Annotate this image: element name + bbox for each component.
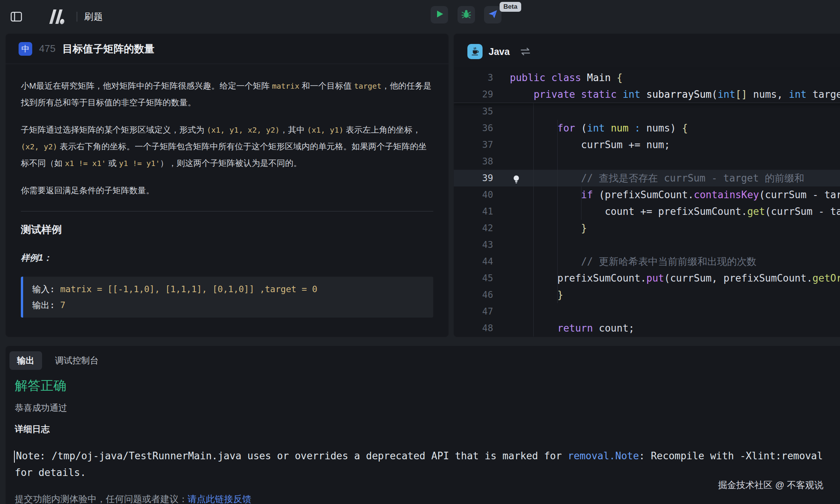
line-number[interactable]: 37: [454, 136, 510, 153]
log-link[interactable]: removal.Note: [568, 450, 639, 462]
output-panel: 输出 调试控制台 解答正确 恭喜成功通过 详细日志 Note: /tmp/oj-…: [5, 346, 840, 504]
line-number[interactable]: 36: [454, 120, 510, 136]
examples-heading: 测试样例: [21, 221, 433, 238]
inline-code: target: [354, 81, 381, 91]
result-subtitle: 恭喜成功通过: [15, 402, 67, 414]
language-label: Java: [489, 46, 510, 57]
code-line-3[interactable]: 3public class Main {: [454, 69, 840, 86]
topbar: 刷题 Beta: [0, 0, 840, 33]
inline-code: x1 != x1': [65, 159, 106, 168]
problem-paragraph: 小M最近在研究矩阵，他对矩阵中的子矩阵很感兴趣。给定一个矩阵 matrix 和一…: [21, 78, 433, 111]
java-icon: [467, 44, 483, 59]
debug-button[interactable]: [458, 6, 475, 23]
problem-panel: 中 475 目标值子矩阵的数量 小M最近在研究矩阵，他对矩阵中的子矩阵很感兴趣。…: [5, 33, 449, 337]
code-line-38[interactable]: 38: [454, 153, 840, 170]
inline-code: y1 != y1': [119, 159, 160, 168]
problem-paragraph: 你需要返回满足条件的子矩阵数量。: [21, 182, 433, 199]
line-number[interactable]: 47: [454, 303, 510, 320]
code-text: // 更新哈希表中当前前缀和出现的次数: [510, 253, 757, 270]
code-text: private static int subarraySum(int[] num…: [510, 86, 840, 103]
line-number[interactable]: 39: [454, 170, 510, 186]
line-number[interactable]: 29: [454, 86, 510, 103]
code-line-44[interactable]: 44 // 更新哈希表中当前前缀和出现的次数: [454, 253, 840, 270]
line-number[interactable]: 45: [454, 270, 510, 286]
marscode-logo: [46, 9, 68, 25]
submit-paper-plane-icon: [487, 9, 498, 21]
code-line-29[interactable]: 29 private static int subarraySum(int[] …: [454, 86, 840, 103]
sticky-scroll-lines: 3public class Main {29 private static in…: [454, 69, 840, 103]
sample-io-block: 输入: matrix = [[-1,1,0], [1,1,1], [0,1,0]…: [21, 277, 433, 318]
code-line-48[interactable]: 48 return count;: [454, 320, 840, 337]
line-number[interactable]: 46: [454, 286, 510, 303]
code-line-46[interactable]: 46 }: [454, 286, 840, 303]
sidebar-toggle-icon[interactable]: [10, 11, 23, 22]
code-line-41[interactable]: 41 count += prefixSumCount.get(currSum -…: [454, 203, 840, 220]
inline-code: (x2, y2): [21, 142, 57, 151]
text-cursor: [14, 451, 15, 463]
topbar-divider: [77, 12, 77, 22]
code-lines: 3536 for (int num : nums) {37 currSum +=…: [454, 103, 840, 337]
line-number[interactable]: 40: [454, 186, 510, 203]
indent-guide: [557, 120, 558, 303]
feedback-link[interactable]: 请点此链接反馈: [188, 494, 251, 504]
log-text[interactable]: Note: /tmp/oj-java/TestRunnerMain.java u…: [15, 448, 837, 481]
run-button[interactable]: [431, 6, 448, 23]
code-editor-panel: Java 3public class Main {29 private stat…: [453, 33, 840, 337]
beta-badge: Beta: [500, 2, 521, 12]
code-text: if (prefixSumCount.containsKey(currSum -…: [510, 186, 840, 203]
code-text: count += prefixSumCount.get(currSum - ta…: [510, 203, 840, 220]
sample-input-line: 输入: matrix = [[-1,1,0], [1,1,1], [0,1,0]…: [32, 281, 424, 297]
line-number[interactable]: 44: [454, 253, 510, 270]
code-line-42[interactable]: 42 }: [454, 220, 840, 236]
code-line-39[interactable]: 39 // 查找是否存在 currSum - target 的前缀和: [454, 170, 840, 186]
difficulty-badge: 中: [19, 42, 32, 56]
problem-id: 475: [39, 43, 55, 55]
code-editor[interactable]: 3public class Main {29 private static in…: [454, 69, 840, 337]
problem-header: 中 475 目标值子矩阵的数量: [6, 34, 448, 64]
output-tabs: 输出 调试控制台: [9, 351, 106, 370]
code-text: prefixSumCount.put(currSum, prefixSumCou…: [510, 270, 840, 286]
section-divider: [21, 211, 433, 211]
line-number[interactable]: 35: [454, 103, 510, 120]
problem-paragraph: 子矩阵通过选择矩阵的某个矩形区域定义，形式为 (x1, y1, x2, y2)，…: [21, 122, 433, 172]
code-line-47[interactable]: 47: [454, 303, 840, 320]
indent-guide: [581, 186, 581, 220]
example-label: 样例1：: [21, 249, 433, 266]
line-number[interactable]: 48: [454, 320, 510, 337]
submit-button[interactable]: [484, 6, 501, 23]
code-line-35[interactable]: 35: [454, 103, 840, 120]
code-line-37[interactable]: 37 currSum += num;: [454, 136, 840, 153]
app-window: { "topbar": { "app_label": "刷题", "icons"…: [0, 0, 840, 504]
tab-output[interactable]: 输出: [9, 351, 42, 370]
tab-debug-console[interactable]: 调试控制台: [47, 351, 106, 370]
line-number[interactable]: 41: [454, 203, 510, 220]
language-swap-icon[interactable]: [520, 47, 531, 56]
debug-icon: [461, 9, 472, 21]
code-line-40[interactable]: 40 if (prefixSumCount.containsKey(currSu…: [454, 186, 840, 203]
inline-code: (x1, y1, x2, y2): [207, 125, 280, 135]
line-number[interactable]: 3: [454, 69, 510, 86]
line-number[interactable]: 38: [454, 153, 510, 170]
line-number[interactable]: 43: [454, 236, 510, 253]
inline-code: matrix: [272, 81, 299, 91]
watermark: 掘金技术社区 @ 不客观说: [718, 479, 823, 491]
code-text: // 查找是否存在 currSum - target 的前缀和: [510, 170, 804, 186]
indent-guide: [533, 103, 534, 337]
code-text: }: [510, 220, 587, 236]
problem-description: 小M最近在研究矩阵，他对矩阵中的子矩阵很感兴趣。给定一个矩阵 matrix 和一…: [6, 64, 448, 318]
code-text: for (int num : nums) {: [510, 120, 688, 136]
run-icon: [434, 9, 444, 20]
code-line-36[interactable]: 36 for (int num : nums) {: [454, 120, 840, 136]
code-text: }: [510, 286, 563, 303]
line-number[interactable]: 42: [454, 220, 510, 236]
code-text: return count;: [510, 320, 635, 337]
sample-output-line: 输出: 7: [32, 297, 424, 313]
code-line-45[interactable]: 45 prefixSumCount.put(currSum, prefixSum…: [454, 270, 840, 286]
problem-title: 目标值子矩阵的数量: [62, 42, 154, 56]
log-heading: 详细日志: [15, 423, 50, 435]
inline-code: (x1, y1): [307, 125, 343, 135]
code-text: currSum += num;: [510, 136, 670, 153]
editor-header: Java: [454, 34, 840, 69]
code-line-43[interactable]: 43: [454, 236, 840, 253]
feedback-note: 提交功能内测体验中，任何问题或者建议：请点此链接反馈: [15, 493, 251, 504]
